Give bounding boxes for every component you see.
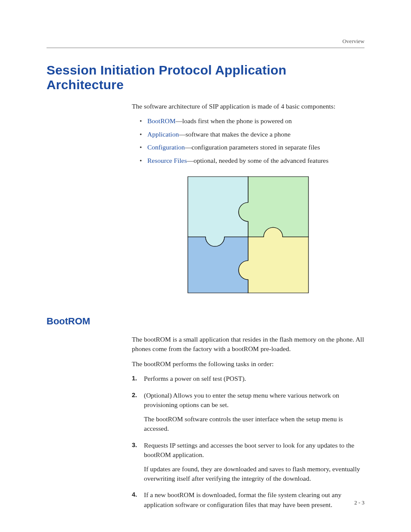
list-item: Resource Files—optional, needed by some … bbox=[140, 156, 364, 165]
step-text: Requests IP settings and accesses the bo… bbox=[144, 442, 354, 458]
bootrom-steps: Performs a power on self test (POST). (O… bbox=[132, 374, 364, 510]
bootrom-body: The bootROM is a small application that … bbox=[132, 335, 364, 510]
resource-files-link[interactable]: Resource Files bbox=[147, 157, 187, 164]
intro-block: The software architecture of SIP applica… bbox=[132, 102, 364, 300]
step-text: If a new bootROM is downloaded, format t… bbox=[144, 491, 341, 508]
step-text: (Optional) Allows you to enter the setup… bbox=[144, 392, 339, 408]
list-item-desc: —optional, needed by some of the advance… bbox=[187, 157, 329, 164]
step-text: Performs a power on self test (POST). bbox=[144, 375, 246, 382]
page-title: Session Initiation Protocol Application … bbox=[47, 63, 364, 92]
list-item-desc: —software that makes the device a phone bbox=[179, 131, 290, 138]
bootrom-p1: The bootROM is a small application that … bbox=[132, 335, 364, 354]
step-item: If a new bootROM is downloaded, format t… bbox=[132, 490, 364, 510]
running-head: Overview bbox=[47, 38, 364, 48]
step-item: Performs a power on self test (POST). bbox=[132, 374, 364, 383]
component-list: BootROM—loads first when the phone is po… bbox=[140, 116, 364, 165]
puzzle-figure bbox=[132, 172, 364, 300]
bootrom-p2: The bootROM performs the following tasks… bbox=[132, 359, 364, 369]
list-item: BootROM—loads first when the phone is po… bbox=[140, 116, 364, 126]
page-number: 2 - 3 bbox=[354, 499, 364, 506]
application-link[interactable]: Application bbox=[147, 131, 179, 138]
step-subtext: The bootROM software controls the user i… bbox=[144, 414, 364, 434]
step-item: (Optional) Allows you to enter the setup… bbox=[132, 391, 364, 434]
step-subtext: If updates are found, they are downloade… bbox=[144, 464, 364, 484]
bootrom-link[interactable]: BootROM bbox=[147, 117, 175, 124]
intro-paragraph: The software architecture of SIP applica… bbox=[132, 102, 364, 111]
step-item: Requests IP settings and accesses the bo… bbox=[132, 441, 364, 484]
bootrom-heading: BootROM bbox=[47, 316, 364, 327]
list-item-desc: —loads first when the phone is powered o… bbox=[175, 117, 292, 124]
list-item: Application—software that makes the devi… bbox=[140, 130, 364, 139]
list-item-desc: —configuration parameters stored in sepa… bbox=[185, 143, 320, 151]
puzzle-icon bbox=[184, 172, 313, 297]
configuration-link[interactable]: Configuration bbox=[147, 143, 185, 151]
list-item: Configuration—configuration parameters s… bbox=[140, 143, 364, 152]
page: Overview Session Initiation Protocol App… bbox=[0, 0, 411, 532]
